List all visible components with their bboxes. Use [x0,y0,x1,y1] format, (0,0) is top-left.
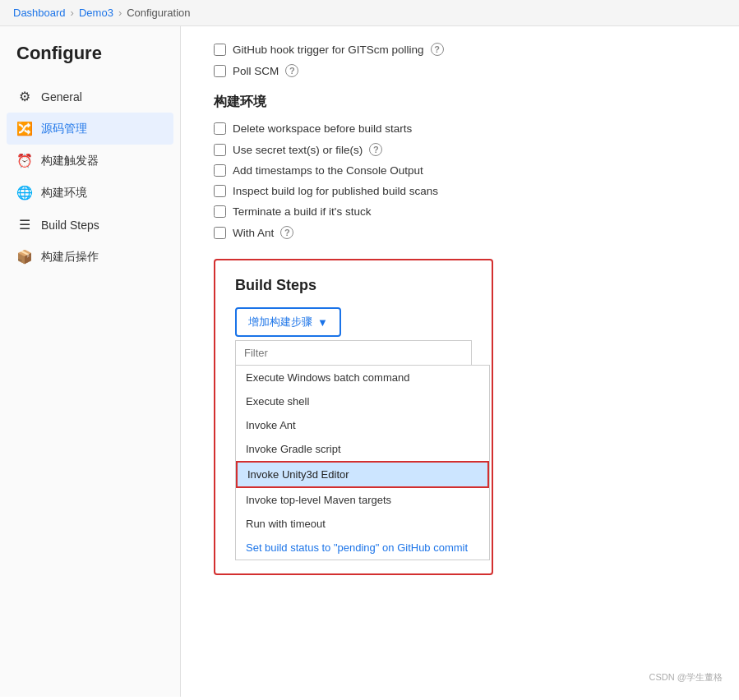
breadcrumb-dashboard[interactable]: Dashboard [13,7,66,19]
sidebar: Configure ⚙ General 🔀 源码管理 ⏰ 构建触发器 🌐 构建环… [0,26,181,697]
checkbox-row-timestamps: Add timestamps to the Console Output [214,164,706,177]
sidebar-item-source-management[interactable]: 🔀 源码管理 [7,113,173,145]
checkbox-label-with-ant: With Ant [233,227,274,239]
sidebar-label-post-build: 构建后操作 [41,250,99,265]
main-content: GitHub hook trigger for GITScm polling ?… [181,26,739,697]
sidebar-title: Configure [0,43,180,81]
build-steps-box: Build Steps 增加构建步骤 ▼ Execute Windows bat… [214,259,493,575]
dropdown-item-invoke-maven[interactable]: Invoke top-level Maven targets [236,488,489,512]
dropdown-list: Execute Windows batch commandExecute she… [235,365,490,560]
checkbox-secret-text[interactable] [214,144,226,156]
sidebar-icon-build-trigger: ⏰ [16,153,33,168]
breadcrumb-configuration: Configuration [127,7,190,19]
checkbox-label-secret-text: Use secret text(s) or file(s) [233,144,363,156]
sidebar-icon-build-env: 🌐 [16,185,33,200]
checkbox-row-secret-text: Use secret text(s) or file(s) ? [214,143,706,156]
checkbox-poll-scm[interactable] [214,65,226,77]
dropdown-container: Execute Windows batch commandExecute she… [235,340,472,560]
dropdown-item-exec-win[interactable]: Execute Windows batch command [236,366,489,389]
sidebar-icon-build-steps: ☰ [16,217,33,233]
checkbox-label-timestamps: Add timestamps to the Console Output [233,164,423,177]
add-step-label: 增加构建步骤 [248,315,312,329]
build-steps-title: Build Steps [235,277,472,294]
checkbox-row-inspect-build: Inspect build log for published build sc… [214,185,706,197]
sidebar-icon-post-build: 📦 [16,249,33,265]
checkbox-inspect-build[interactable] [214,185,226,197]
dropdown-item-build-status[interactable]: Set build status to "pending" on GitHub … [236,536,489,560]
checkbox-row-delete-ws: Delete workspace before build starts [214,122,706,135]
dropdown-item-invoke-unity[interactable]: Invoke Unity3d Editor [236,461,489,488]
checkbox-delete-ws[interactable] [214,122,226,135]
add-step-chevron: ▼ [317,316,328,329]
checkbox-row-poll-scm: Poll SCM ? [214,64,706,77]
build-env-checkboxes: Delete workspace before build starts Use… [214,122,706,239]
checkbox-label-inspect-build: Inspect build log for published build sc… [233,185,438,197]
checkbox-label-delete-ws: Delete workspace before build starts [233,122,412,135]
help-icon-with-ant[interactable]: ? [280,226,293,239]
breadcrumb-sep-2: › [118,7,122,19]
checkbox-row-terminate-build: Terminate a build if it's stuck [214,205,706,218]
sidebar-item-general[interactable]: ⚙ General [0,81,180,113]
checkbox-with-ant[interactable] [214,227,226,239]
sidebar-label-build-env: 构建环境 [41,186,87,200]
checkbox-label-gh-hook: GitHub hook trigger for GITScm polling [233,44,424,56]
help-icon-secret-text[interactable]: ? [369,143,382,156]
checkbox-terminate-build[interactable] [214,205,226,218]
build-env-section: 构建环境 Delete workspace before build start… [214,94,706,239]
breadcrumb: Dashboard › Demo3 › Configuration [0,0,739,26]
sidebar-item-build-env[interactable]: 🌐 构建环境 [0,177,180,209]
checkbox-label-poll-scm: Poll SCM [233,65,279,77]
filter-input[interactable] [235,340,472,365]
watermark: CSDN @学生董格 [649,671,723,684]
checkbox-gh-hook[interactable] [214,44,226,56]
top-checkboxes-section: GitHub hook trigger for GITScm polling ?… [214,43,706,77]
add-build-step-button[interactable]: 增加构建步骤 ▼ [235,307,341,337]
sidebar-label-source-management: 源码管理 [41,122,87,136]
breadcrumb-demo3[interactable]: Demo3 [79,7,113,19]
dropdown-item-exec-shell[interactable]: Execute shell [236,389,489,413]
breadcrumb-sep-1: › [71,7,74,19]
sidebar-item-post-build[interactable]: 📦 构建后操作 [0,241,180,273]
checkbox-label-terminate-build: Terminate a build if it's stuck [233,205,371,218]
sidebar-icon-source-management: 🔀 [16,121,33,136]
sidebar-icon-general: ⚙ [16,89,33,104]
dropdown-item-invoke-ant[interactable]: Invoke Ant [236,413,489,437]
sidebar-label-general: General [41,90,82,104]
dropdown-item-invoke-gradle[interactable]: Invoke Gradle script [236,437,489,461]
checkbox-timestamps[interactable] [214,164,226,177]
checkbox-row-with-ant: With Ant ? [214,226,706,239]
build-env-label: 构建环境 [214,94,706,111]
sidebar-item-build-trigger[interactable]: ⏰ 构建触发器 [0,145,180,177]
sidebar-label-build-steps: Build Steps [41,219,99,232]
sidebar-item-build-steps[interactable]: ☰ Build Steps [0,209,180,241]
checkbox-row-gh-hook: GitHub hook trigger for GITScm polling ? [214,43,706,56]
help-icon-gh-hook[interactable]: ? [431,43,444,56]
sidebar-label-build-trigger: 构建触发器 [41,154,99,168]
help-icon-poll-scm[interactable]: ? [285,64,298,77]
dropdown-item-run-timeout[interactable]: Run with timeout [236,512,489,536]
